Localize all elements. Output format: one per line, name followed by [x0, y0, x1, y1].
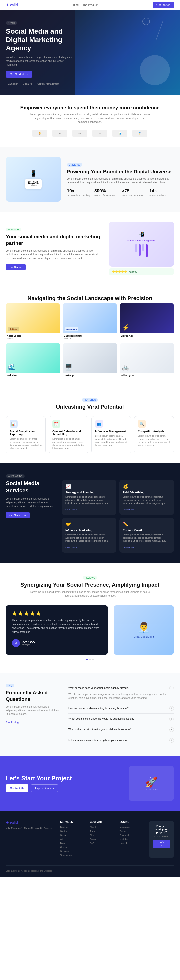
testimonial-dots: [6, 659, 174, 660]
faq-item-1[interactable]: How can social media marketing benefit m…: [69, 703, 174, 714]
footer-link-about[interactable]: About: [90, 826, 115, 829]
faq-item-3[interactable]: What is the cost structure for your soci…: [69, 724, 174, 735]
cta-image-content: 🚀 Launch Project: [145, 776, 158, 790]
bar-4: [146, 244, 148, 257]
service-link-3[interactable]: Learn more: [123, 546, 135, 549]
landscape-item-1[interactable]: Dashboard Dashboard SaaS Other Ad: [63, 303, 117, 340]
feature-icon-1: 📅: [53, 420, 61, 428]
service-name-2: Influencer Marketing: [66, 529, 113, 532]
feature-desc-0: Lorem ipsum dolor sit amet, consectetur …: [10, 437, 42, 450]
trust-logo-3: ◉: [93, 130, 108, 137]
hero-decoration-ring: [143, 18, 150, 25]
hero-cta-button[interactable]: Get Started: [6, 70, 32, 78]
feature-icon-0: 📊: [10, 420, 18, 428]
faq-question-1: How can social media marketing benefit m…: [69, 706, 174, 711]
footer-copyright: valid Elements All Rights Reserved to Su…: [6, 870, 53, 872]
landscape-item-3[interactable]: 🌊 WallShow: [6, 343, 60, 377]
powering-card-value: $1,343: [28, 181, 39, 185]
solution-image-area: 📲 Social Media Management ⭐⭐⭐⭐⭐ +12,990: [109, 222, 174, 275]
faq-pricing-link[interactable]: See Pricing →: [6, 721, 22, 724]
cta-contact-button[interactable]: Contact Us: [6, 784, 29, 792]
trust-logo-5: 🥇: [132, 130, 148, 137]
powering-card-label: Analytics: [28, 185, 39, 187]
dot-1[interactable]: [89, 659, 91, 660]
footer-link-branding[interactable]: Branding: [60, 826, 85, 829]
faq-toggle-3[interactable]: +: [169, 727, 174, 732]
hero-badge: ✦ valid: [6, 21, 17, 25]
service-name-0: Strategy and Planning: [66, 491, 113, 494]
cta-gallery-button[interactable]: Explore Gallery: [31, 784, 58, 792]
services-badge: WHAT WE DO: [6, 474, 25, 478]
footer-link-social[interactable]: Social: [60, 834, 85, 837]
footer-link-ads[interactable]: Ads: [60, 838, 85, 840]
footer-link-blog[interactable]: Blog: [60, 842, 85, 845]
landscape-item-2[interactable]: ⚡ Electra App: [120, 303, 174, 340]
feature-desc-1: Lorem ipsum dolor sit amet, consectetur …: [53, 437, 85, 450]
faq-toggle-1[interactable]: +: [169, 706, 174, 711]
arrow-right-icon: [24, 514, 26, 517]
services-grid: 📈 Strategy and Planning Lorem ipsum dolo…: [62, 480, 174, 553]
faq-toggle-4[interactable]: +: [169, 738, 174, 743]
faq-item-0[interactable]: What services does your social media age…: [69, 683, 174, 703]
faq-toggle-0[interactable]: −: [169, 686, 174, 690]
footer-cta-button[interactable]: Let's Talk: [153, 840, 170, 848]
faq-item-2[interactable]: Which social media platforms would my bu…: [69, 714, 174, 724]
footer-link-techniques[interactable]: Techniques: [60, 854, 85, 856]
footer-cta-box: Ready to start your project? +1234 568 8…: [149, 821, 174, 858]
solution-rating-stars: ⭐⭐⭐⭐⭐: [112, 270, 127, 273]
landscape-section: Navigating the Social Landscape with Pre…: [0, 285, 180, 387]
footer-link-strategy[interactable]: Strategy: [60, 830, 85, 832]
feature-name-1: Content Calendar and Scheduling: [53, 430, 85, 436]
footer-link-linkedin[interactable]: LinkedIn: [120, 842, 145, 845]
powering-description: Lorem ipsum dolor sit amet, consectetur …: [67, 177, 174, 185]
faq-toggle-2[interactable]: +: [169, 717, 174, 721]
footer-link-team[interactable]: Team: [90, 830, 115, 832]
landscape-name-5: White Cycle: [120, 373, 174, 377]
service-link-1[interactable]: Learn more: [123, 508, 135, 511]
solution-title: Your social media and digital marketing …: [6, 233, 103, 246]
service-link-2[interactable]: Learn more: [66, 546, 77, 549]
service-link-0[interactable]: Learn more: [66, 508, 77, 511]
feature-icon-2: 👥: [95, 420, 103, 428]
landscape-item-5[interactable]: 🚲 White Cycle: [120, 343, 174, 377]
dot-2[interactable]: [92, 659, 94, 660]
cta-buttons: Contact Us Explore Gallery: [6, 784, 123, 792]
footer-link-blog2[interactable]: Blog: [90, 834, 115, 837]
trust-logo-0: 🏆: [32, 130, 48, 137]
stat-num-2: >75: [122, 188, 146, 194]
nav-link-blog[interactable]: Blog: [73, 3, 79, 6]
footer-link-youtube[interactable]: Youtube: [120, 838, 145, 840]
footer-link-faq[interactable]: FAQ: [90, 842, 115, 845]
hero-image: [75, 10, 180, 95]
footer-link-career[interactable]: Career: [60, 846, 85, 848]
stat-label-0: Increase in Productivity: [67, 194, 92, 197]
nav-cta-button[interactable]: Get Started: [153, 2, 174, 8]
footer-col-title-0: SERVICES: [60, 821, 85, 823]
footer-tagline: valid Elements All Rights Reserved to Su…: [6, 827, 55, 830]
content-creation-icon: ✏️: [123, 521, 170, 527]
services-cta-button[interactable]: Get Started: [6, 512, 30, 518]
solution-image-content: 📲 Social Media Management: [124, 228, 159, 261]
synergizing-content: ⭐ ⭐ ⭐ ⭐ ⭐ Their strategic approach to so…: [6, 605, 174, 655]
landscape-icon-4: 🖥️: [65, 364, 72, 371]
footer-link-twitter[interactable]: Twitter: [120, 830, 145, 832]
landscape-name-3: WallShow: [6, 373, 60, 377]
faq-question-4: Is there a minimum contract length for y…: [69, 738, 174, 743]
faq-item-4[interactable]: Is there a minimum contract length for y…: [69, 735, 174, 746]
trust-section: Empower everyone to spend their money mo…: [0, 95, 180, 147]
hero-content: ✦ valid Social Media and Digital Marketi…: [6, 20, 86, 85]
footer-link-facebook[interactable]: Facebook: [120, 834, 145, 837]
footer-link-services[interactable]: Services: [60, 850, 85, 852]
landscape-item-0[interactable]: Grid Ad Audio Jungle Grid Ad: [6, 303, 60, 340]
solution-cta-button[interactable]: Get Started: [6, 264, 26, 270]
landscape-icon-2: ⚡: [122, 324, 130, 331]
service-name-3: Content Creation: [123, 529, 170, 532]
footer-link-instagram[interactable]: Instagram: [120, 826, 145, 829]
landscape-item-4[interactable]: 🖥️ DeskApp: [63, 343, 117, 377]
star-5: ⭐: [36, 611, 41, 616]
landscape-sub-1: Other Ad: [63, 337, 117, 340]
dot-0[interactable]: [86, 659, 88, 660]
nav-link-product[interactable]: The Product: [83, 3, 98, 6]
stat-roi: 300% Return of Investment: [95, 188, 119, 197]
footer-link-policy[interactable]: Policy: [90, 838, 115, 840]
